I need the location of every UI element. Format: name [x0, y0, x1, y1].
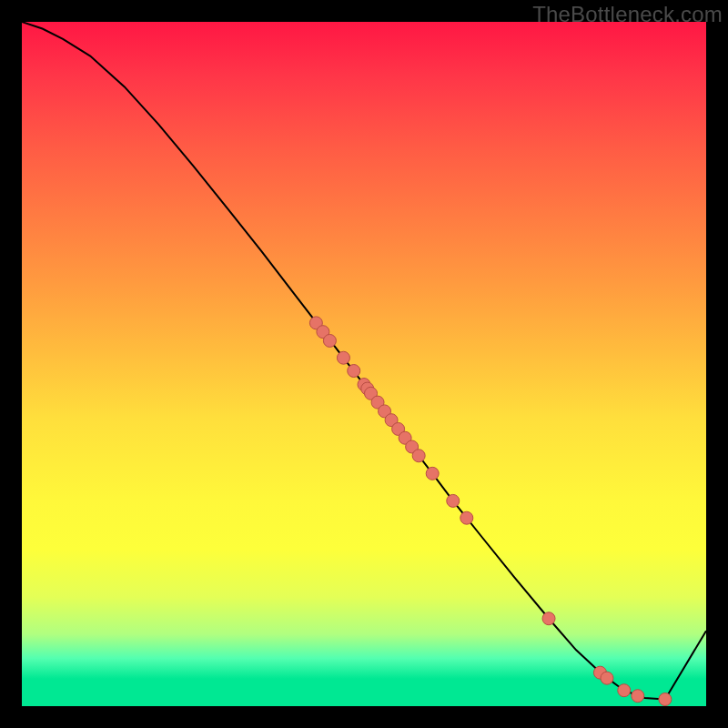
data-point-marker: [542, 612, 555, 625]
data-point-marker: [426, 467, 439, 480]
data-point-marker: [632, 690, 644, 703]
data-point-marker: [323, 334, 336, 347]
data-point-marker: [659, 693, 672, 705]
data-point-marker: [601, 672, 613, 684]
chart-overlay: [22, 22, 706, 706]
data-point-marker: [412, 450, 425, 462]
data-point-marker: [348, 365, 360, 378]
data-point-marker: [447, 494, 460, 507]
data-point-marker: [460, 511, 473, 524]
curve-line: [22, 22, 706, 699]
data-point-marker: [618, 684, 631, 697]
data-point-marker: [337, 351, 349, 364]
curve-markers: [309, 317, 672, 706]
watermark-label: TheBottleneck.com: [532, 2, 723, 27]
